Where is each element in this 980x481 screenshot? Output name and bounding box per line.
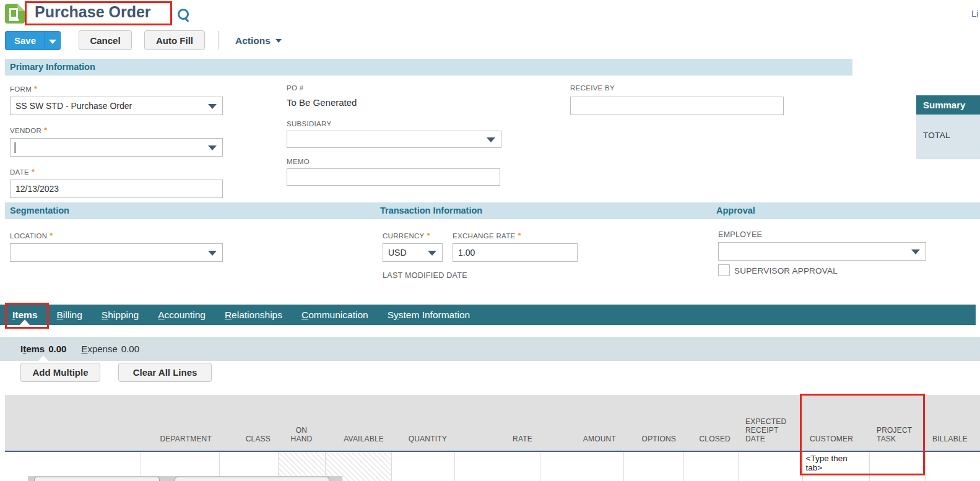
- icon-mark: [9, 19, 19, 21]
- required-marker: *: [427, 231, 430, 240]
- add-multiple-button[interactable]: Add Multiple: [20, 363, 100, 382]
- save-button[interactable]: Save: [5, 31, 45, 50]
- exchange-rate-label: EXCHANGE RATE*: [453, 231, 521, 240]
- summary-panel: TOTAL: [916, 115, 980, 159]
- section-title: Primary Information: [10, 59, 95, 76]
- currency-select[interactable]: USD: [383, 243, 443, 262]
- column-header-amount: AMOUNT: [540, 395, 623, 451]
- row-cell-amount[interactable]: [540, 451, 623, 481]
- actions-label: Actions: [235, 35, 271, 46]
- auto-fill-button[interactable]: Auto Fill: [144, 30, 205, 50]
- column-header-quantity: QUANTITY: [391, 395, 454, 451]
- purchase-order-icon: [5, 4, 25, 24]
- tab-shipping[interactable]: Shipping: [102, 305, 139, 325]
- column-header-class: CLASS: [219, 395, 278, 451]
- vendor-select[interactable]: [10, 138, 223, 157]
- column-header-billable: BILLABLE: [925, 395, 980, 451]
- tab-items[interactable]: Items: [12, 305, 38, 325]
- column-header-on-hand: ON HAND: [278, 395, 325, 451]
- clear-all-lines-button[interactable]: Clear All Lines: [118, 363, 212, 382]
- actions-menu[interactable]: Actions: [235, 35, 282, 46]
- tab-label: Relationships: [225, 310, 282, 321]
- subtab-amount: 0.00: [48, 344, 66, 354]
- chevron-down-icon: [911, 249, 920, 254]
- list-link[interactable]: Li: [971, 8, 979, 19]
- tab-label: Shipping: [102, 310, 139, 321]
- tab-accounting[interactable]: Accounting: [158, 305, 206, 325]
- active-subtab-notch: [38, 355, 48, 361]
- row-cell-quantity[interactable]: [391, 451, 454, 481]
- column-header-available: AVAILABLE: [325, 395, 391, 451]
- subsidiary-label: SUBSIDIARY: [287, 120, 331, 128]
- column-header-options: OPTIONS: [623, 395, 683, 451]
- po-number-value: To Be Generated: [287, 97, 357, 108]
- sublist-tab-bar: Items0.00Expense0.00: [0, 337, 980, 361]
- primary-information-header: Primary Information: [5, 59, 852, 76]
- save-dropdown-button[interactable]: [45, 31, 61, 50]
- po-number-label: PO #: [287, 84, 303, 92]
- cancel-button[interactable]: Cancel: [79, 30, 132, 50]
- required-marker: *: [34, 84, 37, 93]
- employee-select[interactable]: [718, 242, 926, 261]
- column-header-department: DEPARTMENT: [141, 395, 219, 451]
- memo-label: MEMO: [287, 158, 310, 165]
- column-header-project-task: PROJECT TASK: [869, 395, 925, 451]
- approval-title: Approval: [716, 202, 755, 219]
- date-label: DATE*: [10, 167, 35, 176]
- exchange-rate-input[interactable]: 1.00: [453, 243, 578, 262]
- vendor-label: VENDOR*: [10, 126, 47, 135]
- sublist-footer-strip: [28, 476, 342, 481]
- column-header-closed: CLOSED: [683, 395, 738, 451]
- search-icon[interactable]: [178, 9, 189, 20]
- chevron-down-icon: [208, 251, 217, 256]
- required-marker: *: [50, 231, 53, 240]
- memo-input[interactable]: [287, 168, 500, 186]
- required-marker: *: [518, 231, 521, 240]
- subtab-expense[interactable]: Expense0.00: [81, 337, 139, 361]
- column-header-item: [5, 395, 141, 451]
- required-marker: *: [32, 167, 35, 176]
- tab-system-information[interactable]: System Information: [388, 305, 470, 325]
- column-header-rate: RATE: [454, 395, 540, 451]
- subsidiary-select[interactable]: [287, 131, 501, 148]
- currency-label: CURRENCY*: [383, 231, 430, 240]
- tab-relationships[interactable]: Relationships: [225, 305, 282, 325]
- tab-communication[interactable]: Communication: [301, 305, 368, 325]
- cutoff-button[interactable]: [34, 477, 160, 481]
- tab-label: System Information: [388, 310, 470, 321]
- employee-label: EMPLOYEE: [718, 230, 762, 239]
- date-input[interactable]: 12/13/2023: [10, 180, 223, 198]
- icon-corner-fold: [17, 4, 25, 11]
- column-header-expected-receipt-date: EXPECTED RECEIPT DATE: [738, 395, 802, 451]
- row-cell-closed[interactable]: [683, 451, 738, 481]
- chevron-down-icon: [275, 39, 282, 43]
- row-cell-customer[interactable]: <Type then tab>: [802, 451, 869, 481]
- row-cell-rate[interactable]: [454, 451, 540, 481]
- cutoff-button[interactable]: [175, 477, 329, 481]
- summary-total-label: TOTAL: [923, 131, 950, 140]
- tab-label: Accounting: [158, 310, 206, 321]
- segmentation-title: Segmentation: [10, 202, 69, 219]
- subtab-items[interactable]: Items0.00: [20, 337, 66, 361]
- subtab-amount: 0.00: [121, 344, 139, 354]
- supervisor-approval-checkbox[interactable]: [718, 264, 730, 276]
- location-select[interactable]: [10, 243, 223, 262]
- form-select[interactable]: SS SW STD - Purchase Order: [10, 97, 223, 115]
- row-cell-options[interactable]: [623, 451, 683, 481]
- supervisor-approval-label: SUPERVISOR APPROVAL: [734, 266, 838, 275]
- tab-billing[interactable]: Billing: [57, 305, 82, 325]
- chevron-down-icon: [208, 104, 217, 109]
- toolbar-separator: [218, 31, 219, 50]
- tab-label: Items: [12, 310, 38, 321]
- receive-by-input[interactable]: [570, 97, 784, 115]
- transaction-information-title: Transaction Information: [380, 202, 482, 219]
- form-label: FORM*: [10, 84, 37, 93]
- row-cell-project-task[interactable]: [869, 451, 925, 481]
- row-cell-billable[interactable]: [925, 451, 980, 481]
- tab-label: Communication: [301, 310, 368, 321]
- receive-by-label: RECEIVE BY: [570, 84, 615, 92]
- tab-label: Billing: [57, 310, 82, 321]
- tab-label: Expense: [81, 344, 117, 354]
- row-cell-expected-receipt-date[interactable]: [738, 451, 802, 481]
- location-label: LOCATION*: [10, 231, 53, 240]
